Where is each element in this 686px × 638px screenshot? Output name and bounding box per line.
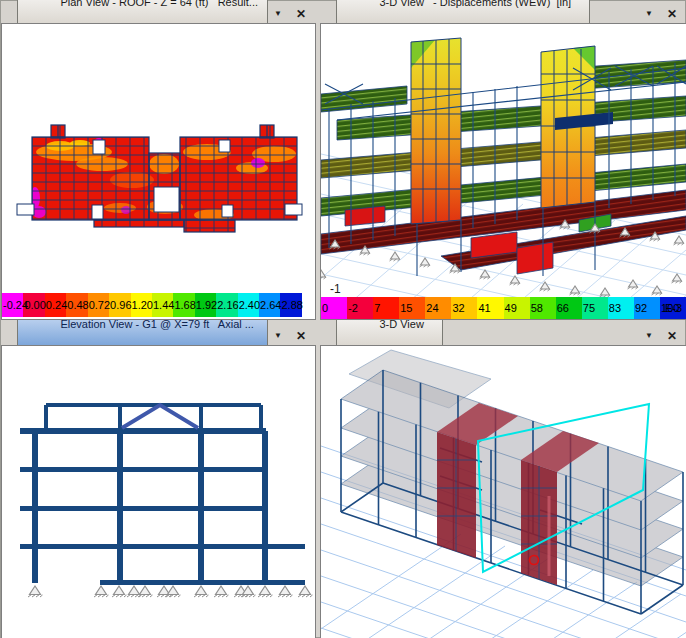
view3d-tabbar: 3-D View ▼ ✕ [320, 323, 686, 345]
close-icon[interactable]: ✕ [667, 8, 677, 20]
elevation-frame-drawing [2, 346, 315, 638]
legend-color-segment: 0.24 [45, 293, 66, 317]
dropdown-icon[interactable]: ▼ [645, 10, 653, 18]
legend-color-segment: 58 [530, 297, 556, 319]
legend-value-label: 2.40 [239, 299, 260, 311]
tab-plan-title: Plan View - ROOF - Z = 64 (ft) Result... [60, 0, 258, 8]
legend-color-segment: 41 [477, 297, 503, 319]
legend-color-segment: 32 [451, 297, 477, 319]
close-icon[interactable]: ✕ [296, 330, 306, 342]
legend-value-label: 49 [505, 302, 517, 314]
legend-value-label: 0.24 [46, 299, 67, 311]
disp-contour-legend: E-3 0-2715243241495866758392100 [321, 297, 686, 319]
legend-value-label: 66 [557, 302, 569, 314]
tab-plan-view[interactable]: Plan View - ROOF - Z = 64 (ft) Result... [17, 0, 268, 23]
legend-color-segment: 0.72 [88, 293, 109, 317]
legend-value-label: 0.00 [24, 299, 45, 311]
legend-color-segment: -0.24 [2, 293, 23, 317]
elevation-tabbar: Elevation View - G1 @ X=79 ft Axial ... … [1, 323, 316, 345]
legend-color-segment: 0.00 [23, 293, 44, 317]
legend-color-segment: 2.40 [238, 293, 259, 317]
legend-value-label: 0 [322, 302, 328, 314]
legend-value-label: 100 [661, 302, 679, 314]
panel-plan-view: Plan View - ROOF - Z = 64 (ft) Result...… [1, 1, 316, 320]
legend-value-label: -2 [348, 302, 358, 314]
legend-value-label: 2.64 [260, 299, 281, 311]
legend-color-segment: 1.92 [195, 293, 216, 317]
dropdown-icon[interactable]: ▼ [274, 332, 282, 340]
dropdown-icon[interactable]: ▼ [274, 10, 282, 18]
legend-value-label: 2.16 [217, 299, 238, 311]
legend-value-label: 1.20 [132, 299, 153, 311]
disp3d-tabbar: 3-D View - Displacements (WEW) [in] ▼ ✕ [320, 1, 686, 23]
legend-value-label: 24 [426, 302, 438, 314]
plan-viewport[interactable]: -0.240.000.240.480.720.961.201.441.681.9… [1, 23, 316, 320]
legend-color-segment: -2 [347, 297, 373, 319]
close-icon[interactable]: ✕ [667, 330, 677, 342]
tab-disp3d-title: 3-D View - Displacements (WEW) [in] [379, 0, 571, 8]
disp-legend-min-label: -1 [330, 282, 341, 296]
legend-color-segment: 1.44 [152, 293, 173, 317]
view3d-tab-tools: ▼ ✕ [639, 330, 686, 345]
plan-contour-legend: -0.240.000.240.480.720.961.201.441.681.9… [2, 293, 302, 317]
legend-value-label: 1.68 [174, 299, 195, 311]
dropdown-icon[interactable]: ▼ [645, 332, 653, 340]
disp3d-tab-tools: ▼ ✕ [639, 8, 686, 23]
panel-elevation-view: Elevation View - G1 @ X=79 ft Axial ... … [1, 323, 316, 638]
legend-value-label: 92 [635, 302, 647, 314]
legend-value-label: 58 [531, 302, 543, 314]
disp3d-model-drawing [321, 24, 686, 298]
disp3d-viewport[interactable]: -1 E-3 0-2715243241495866758392100 [320, 23, 686, 320]
elevation-tab-tools: ▼ ✕ [268, 330, 316, 345]
legend-color-segment: 92 [634, 297, 660, 319]
view3d-viewport[interactable] [320, 345, 686, 638]
legend-value-label: 7 [374, 302, 380, 314]
legend-color-segment: 66 [556, 297, 582, 319]
legend-color-segment: 0.48 [66, 293, 87, 317]
tab-3d-displacements[interactable]: 3-D View - Displacements (WEW) [in] [336, 0, 590, 23]
legend-color-segment: 1.20 [131, 293, 152, 317]
legend-value-label: 1.44 [153, 299, 174, 311]
legend-color-segment: 7 [373, 297, 399, 319]
legend-value-label: 83 [609, 302, 621, 314]
legend-color-segment: 0.96 [109, 293, 130, 317]
legend-value-label: 2.88 [281, 299, 302, 311]
legend-color-segment: 75 [582, 297, 608, 319]
legend-color-segment: 100 [660, 297, 686, 319]
panel-3d-view: 3-D View ▼ ✕ [320, 323, 686, 638]
legend-value-label: 15 [400, 302, 412, 314]
legend-value-label: 1.92 [196, 299, 217, 311]
legend-color-segment: 15 [399, 297, 425, 319]
view3d-model-drawing [321, 346, 686, 638]
plan-contour-drawing [2, 24, 315, 292]
legend-color-segment: 1.68 [173, 293, 194, 317]
legend-value-label: 32 [452, 302, 464, 314]
legend-value-label: 0.96 [110, 299, 131, 311]
legend-value-label: 75 [583, 302, 595, 314]
legend-value-label: 0.48 [67, 299, 88, 311]
legend-color-segment: 49 [504, 297, 530, 319]
sap2000-viewport-grid: Plan View - ROOF - Z = 64 (ft) Result...… [0, 0, 686, 638]
plan-tabbar: Plan View - ROOF - Z = 64 (ft) Result...… [1, 1, 316, 23]
legend-color-segment: 0 [321, 297, 347, 319]
legend-color-segment: 2.16 [216, 293, 237, 317]
close-icon[interactable]: ✕ [296, 8, 306, 20]
legend-color-segment: 24 [425, 297, 451, 319]
support-symbols [28, 586, 313, 597]
legend-value-label: 41 [478, 302, 490, 314]
legend-color-segment: 2.64 [259, 293, 280, 317]
elevation-viewport[interactable] [1, 345, 316, 638]
legend-value-label: 0.72 [89, 299, 110, 311]
legend-color-segment: 83 [608, 297, 634, 319]
legend-color-segment: 2.88 [280, 293, 301, 317]
plan-tab-tools: ▼ ✕ [268, 8, 316, 23]
panel-3d-displacements: 3-D View - Displacements (WEW) [in] ▼ ✕ [320, 1, 686, 320]
